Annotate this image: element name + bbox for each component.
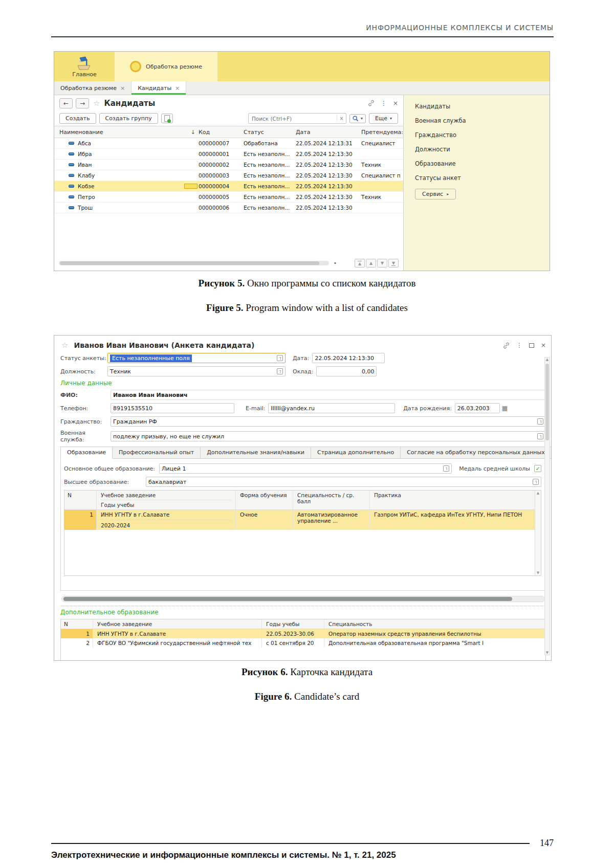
table-row[interactable]: Абса 000000007 Обработана 22.05.2024 12:… [54, 138, 403, 149]
status-field[interactable]: Есть незаполненные поля [107, 353, 286, 363]
search-button[interactable]: ▾ [349, 114, 366, 123]
back-button[interactable]: ← [59, 98, 73, 108]
sidebar-item-education[interactable]: Образование [415, 160, 550, 167]
card-title: Иванов Иван Иванович (Анкета кандидата) [74, 341, 254, 349]
date-field[interactable]: 22.05.2024 12:13:30 [312, 353, 385, 363]
tab-close-icon[interactable]: × [120, 85, 125, 92]
sidebar-item-statuses[interactable]: Статусы анкет [415, 174, 550, 182]
table-row[interactable]: Трош 000000006 Есть незаполн... 22.05.20… [54, 203, 403, 213]
favorite-star-icon[interactable]: ☆ [93, 99, 100, 108]
table-row[interactable]: Иван 000000002 Есть незаполн... 22.05.20… [54, 160, 403, 170]
ribbon-main-section[interactable]: Главное [54, 52, 115, 81]
education-table-row[interactable]: 1 ИНН УГНТУ в г.Салавате2020-2024 Очное … [64, 510, 541, 530]
clear-search-icon[interactable]: × [337, 116, 346, 121]
item-bullet-icon [69, 206, 74, 209]
position-field[interactable]: Техник [107, 366, 286, 376]
picker-icon[interactable] [277, 355, 283, 361]
copy-item-button[interactable] [161, 114, 173, 123]
page-up-button[interactable]: ▲ [366, 259, 376, 268]
position-label: Должность: [60, 368, 107, 375]
link-icon[interactable] [503, 342, 510, 349]
medal-checkbox[interactable]: ✓ [534, 465, 541, 472]
tab-professional-experience[interactable]: Профессиональный опыт [113, 447, 201, 459]
sidebar-item-citizenship[interactable]: Гражданство [415, 131, 550, 139]
service-button-label: Сервис [422, 191, 443, 197]
card-vertical-scrollbar[interactable]: ▲▼ [544, 357, 550, 655]
citizenship-label: Гражданство: [60, 418, 111, 425]
journal-footer: Электротехнические и информационные комп… [51, 850, 396, 860]
horizontal-scrollbar[interactable] [59, 261, 329, 265]
page-down-button[interactable]: ▼ [377, 259, 387, 268]
tab-personal-data-consent[interactable]: Согласие на обработку персональных данны… [401, 447, 552, 459]
horizontal-scrollbar[interactable] [61, 596, 545, 602]
table-header-row[interactable]: Наименование↓ Код Статус Дата Претендуем… [54, 126, 403, 138]
more-menu-icon[interactable]: ⋮ [381, 100, 387, 107]
picker-icon[interactable] [277, 368, 283, 374]
more-menu-icon[interactable]: ⋮ [516, 342, 522, 349]
table-row-selected[interactable]: Кобзе 000000004 Есть незаполн... 22.05.2… [54, 181, 403, 192]
table-row[interactable]: Ибра 000000001 Есть незаполн... 22.05.20… [54, 149, 403, 160]
military-field[interactable]: подлежу призыву, но еще не служил [111, 431, 546, 441]
tab-candidates[interactable]: Кандидаты × [131, 81, 186, 95]
picker-icon[interactable] [537, 418, 543, 425]
program-window-candidates: Главное Обработка резюме Обработка резюм… [54, 51, 550, 271]
create-button[interactable]: Создать [59, 113, 96, 124]
sidebar-item-military-service[interactable]: Военная служба [415, 117, 550, 124]
candidates-list-area: ← → ☆ Кандидаты ⋮ × Создать Создать груп… [54, 95, 404, 271]
tab-education[interactable]: Образование [60, 447, 113, 459]
additional-table-row[interactable]: 1 ИНН УГНТУ в г.Салавате 22.05.2023-30.0… [61, 629, 545, 638]
salary-field[interactable]: 0,00 [316, 366, 377, 376]
candidate-card-window: ☆ Иванов Иван Иванович (Анкета кандидата… [54, 335, 552, 661]
go-last-button[interactable]: ▼ [388, 259, 399, 268]
calendar-icon[interactable]: ▦ [502, 405, 508, 412]
additional-table-row[interactable]: 2 ФГБОУ ВО "Уфимский государственный неф… [61, 638, 545, 648]
resume-section-icon [130, 61, 141, 72]
table-row[interactable]: Петро 000000005 Есть незаполн... 22.05.2… [54, 192, 403, 203]
close-window-icon[interactable]: × [541, 342, 546, 349]
phone-label: Телефон: [60, 405, 111, 412]
tab-close-icon[interactable]: × [175, 85, 180, 92]
close-window-icon[interactable]: × [393, 100, 398, 107]
item-bullet-icon [69, 152, 74, 155]
phone-field[interactable]: 89191535510 [111, 403, 234, 413]
active-cell [184, 184, 198, 189]
date-label: Дата: [293, 355, 309, 362]
higher-education-field[interactable]: бакалавриат [146, 477, 541, 487]
additional-table-header: N Учебное заведение Годы учебы Специальн… [61, 619, 545, 629]
more-button[interactable]: Еще ▾ [369, 113, 398, 124]
maximize-icon[interactable] [529, 343, 534, 348]
birthdate-field[interactable]: 26.03.2003 [455, 403, 500, 413]
picker-icon[interactable] [533, 479, 539, 485]
favorite-star-icon[interactable]: ☆ [61, 341, 68, 350]
search-input[interactable] [249, 116, 337, 122]
sidebar-item-candidates[interactable]: Кандидаты [415, 103, 550, 110]
link-icon[interactable] [368, 100, 375, 106]
caption-fig6-en: Figure 6. Candidate’s card [0, 691, 614, 702]
sidebar-item-positions[interactable]: Должности [415, 146, 550, 153]
tab-additional-page[interactable]: Страница дополнительно [311, 447, 401, 459]
email-field[interactable]: IIIIII@yandex.ru [268, 403, 395, 413]
go-first-button[interactable]: ▲ [355, 259, 365, 268]
desk-lamp-icon [75, 56, 94, 70]
ribbon-section-resume[interactable]: Обработка резюме [115, 52, 217, 81]
triangle-right-icon: ▸ [447, 192, 449, 196]
basic-education-field[interactable]: Лицей 1 [159, 463, 452, 474]
higher-education-label: Высшее образование: [64, 479, 146, 485]
picker-icon[interactable] [537, 433, 543, 439]
create-group-button[interactable]: Создать группу [99, 113, 158, 124]
fio-label: ФИО: [60, 392, 111, 398]
tab-resume-processing[interactable]: Обработка резюме × [54, 81, 131, 95]
card-title-row: ☆ Иванов Иван Иванович (Анкета кандидата… [60, 338, 546, 353]
table-vertical-scrollbar[interactable]: ▲▼ [535, 491, 541, 575]
education-table: N Учебное заведениеГоды учебы Форма обуч… [64, 490, 541, 576]
citizenship-field[interactable]: Гражданин РФ [111, 416, 546, 427]
navigation-sidebar: Кандидаты Военная служба Гражданство Дол… [404, 95, 550, 271]
table-row[interactable]: Клабу 000000003 Есть незаполн... 22.05.2… [54, 170, 403, 181]
more-button-label: Еще [375, 115, 387, 122]
tab-additional-skills[interactable]: Дополнительные знания/навыки [201, 447, 311, 459]
forward-button[interactable]: → [76, 98, 89, 108]
service-button[interactable]: Сервис ▸ [415, 189, 456, 199]
birthdate-label: Дата рождения: [403, 405, 452, 412]
fio-field[interactable]: Иванов Иван Иванович [111, 390, 546, 400]
picker-icon[interactable] [443, 465, 449, 472]
